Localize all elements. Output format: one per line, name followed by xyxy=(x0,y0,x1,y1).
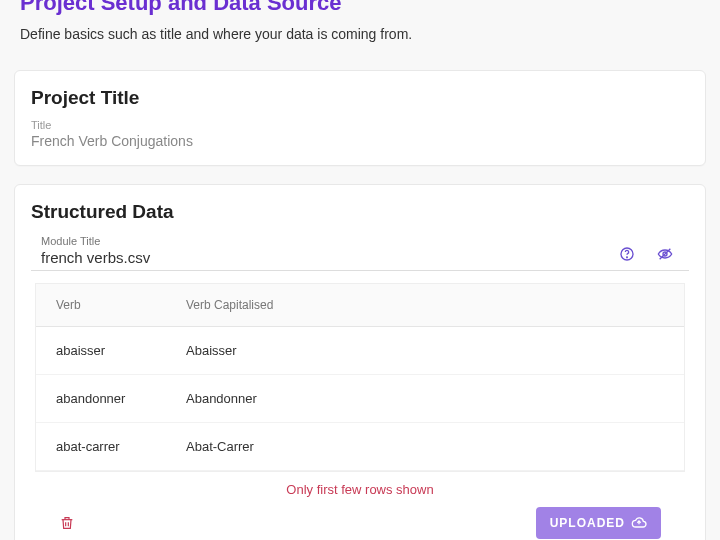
structured-data-card: Structured Data Module Title french verb… xyxy=(14,184,706,540)
page-subtitle: Define basics such as title and where yo… xyxy=(20,26,700,42)
module-title-label: Module Title xyxy=(41,235,619,247)
cell-cap: Abaisser xyxy=(166,327,684,375)
trash-icon[interactable] xyxy=(59,515,75,531)
page-title: Project Setup and Data Source xyxy=(20,0,700,16)
cell-verb: abat-carrer xyxy=(36,423,166,471)
data-table: Verb Verb Capitalised abaisser Abaisser … xyxy=(35,283,685,472)
project-title-card: Project Title Title French Verb Conjugat… xyxy=(14,70,706,166)
uploaded-button[interactable]: UPLOADED xyxy=(536,507,661,539)
column-header-verb: Verb xyxy=(36,284,166,327)
module-title-value[interactable]: french verbs.csv xyxy=(41,249,619,266)
cloud-upload-icon xyxy=(631,515,647,531)
title-field-label: Title xyxy=(31,119,689,131)
rows-truncated-note: Only first few rows shown xyxy=(31,472,689,503)
table-row: abaisser Abaisser xyxy=(36,327,684,375)
project-title-heading: Project Title xyxy=(31,87,689,109)
visibility-off-icon[interactable] xyxy=(657,246,673,262)
table-row: abandonner Abandonner xyxy=(36,375,684,423)
table-row: abat-carrer Abat-Carrer xyxy=(36,423,684,471)
structured-heading: Structured Data xyxy=(31,201,689,223)
cell-verb: abandonner xyxy=(36,375,166,423)
cell-cap: Abandonner xyxy=(166,375,684,423)
uploaded-label: UPLOADED xyxy=(550,516,625,530)
cell-verb: abaisser xyxy=(36,327,166,375)
title-field-value[interactable]: French Verb Conjugations xyxy=(31,133,689,149)
help-icon[interactable] xyxy=(619,246,635,262)
cell-cap: Abat-Carrer xyxy=(166,423,684,471)
column-header-verb-cap: Verb Capitalised xyxy=(166,284,684,327)
svg-point-1 xyxy=(627,257,628,258)
